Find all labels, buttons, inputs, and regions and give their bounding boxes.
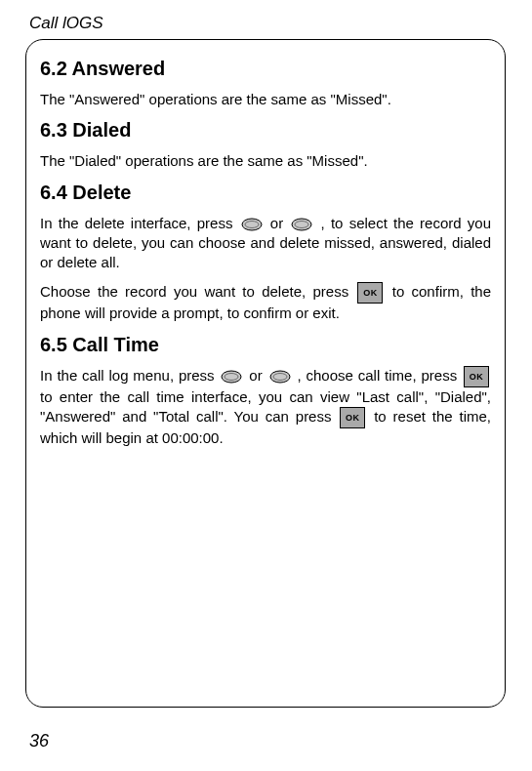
paragraph-6-4-1: In the delete interface, press or , to s… xyxy=(40,214,491,273)
paragraph-6-5: In the call log menu, press or , choose … xyxy=(40,366,491,449)
down-oval-icon xyxy=(269,370,291,384)
text: In the call log menu, press xyxy=(40,367,215,384)
text: or xyxy=(249,367,262,384)
down-oval-icon xyxy=(291,218,312,231)
text: or xyxy=(270,215,283,231)
heading-6-4: 6.4 Delete xyxy=(40,182,491,204)
paragraph-6-2: The "Answered" operations are the same a… xyxy=(40,90,491,109)
paragraph-6-4-2: Choose the record you want to delete, pr… xyxy=(40,282,491,323)
ok-button-icon xyxy=(357,282,383,304)
ok-button-icon xyxy=(340,407,365,428)
heading-6-3: 6.3 Dialed xyxy=(40,119,491,142)
text: In the delete interface, press xyxy=(40,215,232,231)
text: , choose call time, press xyxy=(297,367,457,384)
page-header: Call lOGS xyxy=(0,0,532,33)
heading-6-5: 6.5 Call Time xyxy=(40,334,491,356)
page-number: 36 xyxy=(29,731,49,751)
text: Choose the record you want to delete, pr… xyxy=(40,283,355,300)
heading-6-2: 6.2 Answered xyxy=(40,58,491,80)
up-oval-icon xyxy=(221,370,242,384)
ok-button-icon xyxy=(464,366,489,387)
paragraph-6-3: The "Dialed" operations are the same as … xyxy=(40,151,491,171)
up-oval-icon xyxy=(241,218,263,231)
content-frame: 6.2 Answered The "Answered" operations a… xyxy=(25,39,506,708)
